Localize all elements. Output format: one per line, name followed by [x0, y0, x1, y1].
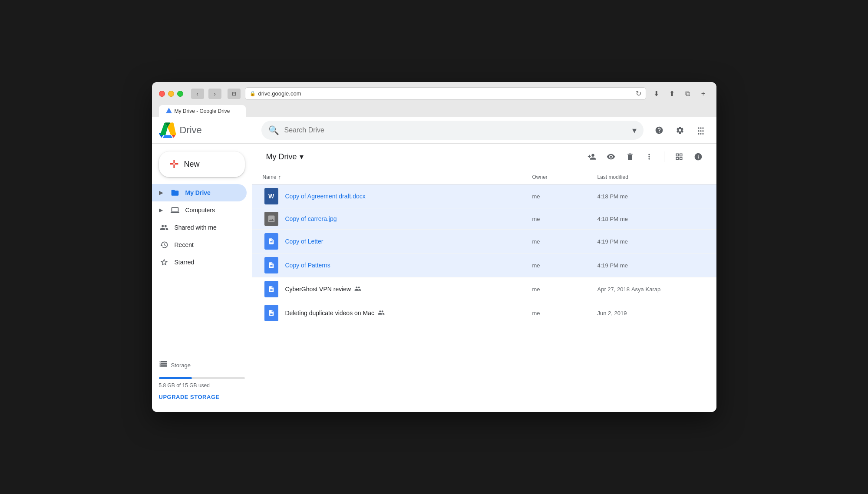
browser-chrome: ‹ › ⊟ 🔒 drive.google.com ↻ ⬇ ⬆ ⧉ + — [152, 82, 716, 117]
file-name: Copy of Agreement draft.docx — [285, 193, 366, 200]
image-thumbnail — [264, 212, 278, 226]
sidebar-item-recent[interactable]: Recent — [152, 236, 247, 254]
table-row[interactable]: CyberGhost VPN review me Apr 27, 2018Asy… — [252, 277, 716, 301]
file-modified-time: 4:19 PMme — [597, 238, 628, 245]
file-rows-container: W Copy of Agreement draft.docx me 4:18 P… — [252, 184, 716, 325]
search-input[interactable] — [284, 126, 627, 134]
file-modified-time: Apr 27, 2018Asya Karap — [597, 286, 661, 293]
maximize-button[interactable] — [177, 91, 183, 97]
file-modified-by: me — [620, 262, 628, 269]
more-options-button[interactable] — [641, 149, 657, 165]
apps-icon — [696, 126, 705, 135]
file-name: Copy of Patterns — [285, 262, 330, 269]
view-button[interactable] — [603, 149, 619, 165]
table-row[interactable]: Copy of Letter me 4:19 PMme — [252, 230, 716, 254]
share-icon-btn[interactable]: ⬆ — [666, 88, 678, 100]
delete-button[interactable] — [622, 149, 638, 165]
my-drive-title-button[interactable]: My Drive ▾ — [263, 150, 307, 163]
forward-button[interactable]: › — [208, 89, 221, 99]
my-drive-icon — [170, 188, 180, 197]
sidebar-item-label-recent: Recent — [175, 241, 194, 248]
word-doc-icon: W — [264, 188, 278, 204]
sidebar-item-my-drive[interactable]: ▶ My Drive — [152, 184, 247, 201]
file-modified-time: 4:18 PMme — [597, 193, 628, 200]
shared-file-icon — [378, 309, 385, 317]
my-drive-title: My Drive — [266, 152, 297, 161]
column-owner-label: Owner — [532, 174, 548, 180]
file-modified-by: me — [620, 238, 628, 245]
file-name-cell: Copy of Letter — [285, 238, 532, 245]
file-owner-cell: me — [532, 238, 597, 245]
file-owner-cell: me — [532, 193, 597, 200]
info-button[interactable] — [690, 149, 706, 165]
apps-button[interactable] — [692, 122, 710, 139]
file-modified-cell: 4:18 PMme — [597, 216, 706, 222]
table-row[interactable]: Copy of carrera.jpg me 4:18 PMme — [252, 208, 716, 230]
help-icon — [655, 126, 663, 135]
sidebar-item-starred[interactable]: Starred — [152, 254, 247, 271]
file-modified-by: me — [620, 216, 628, 222]
file-icon-cell — [263, 305, 280, 321]
table-row[interactable]: Deleting duplicate videos on Mac me Jun … — [252, 301, 716, 325]
file-modified-time: Jun 2, 2019 — [597, 310, 627, 316]
app-body: Drive 🔍 ▾ — [152, 117, 716, 412]
minimize-button[interactable] — [168, 91, 174, 97]
docs-icon — [264, 233, 278, 250]
add-person-button[interactable] — [584, 149, 600, 165]
drive-logo-icon — [159, 122, 176, 138]
file-name: Copy of carrera.jpg — [285, 215, 337, 222]
reload-button[interactable]: ↻ — [636, 89, 641, 98]
search-dropdown-button[interactable]: ▾ — [632, 125, 637, 135]
table-row[interactable]: Copy of Patterns me 4:19 PMme — [252, 254, 716, 277]
file-modified-cell: 4:18 PMme — [597, 193, 706, 200]
file-icon-cell — [263, 257, 280, 273]
settings-icon — [676, 126, 684, 135]
file-owner-cell: me — [532, 262, 597, 269]
expand-icon-computers: ▶ — [159, 207, 163, 213]
active-tab[interactable]: My Drive - Google Drive — [159, 105, 246, 117]
file-modified-cell: Apr 27, 2018Asya Karap — [597, 286, 706, 293]
new-button[interactable]: ✛ New — [159, 151, 245, 177]
search-bar[interactable]: 🔍 ▾ — [261, 121, 644, 140]
lock-icon: 🔒 — [250, 91, 256, 96]
sidebar-item-shared[interactable]: Shared with me — [152, 219, 247, 236]
storage-bar-fill — [159, 377, 192, 379]
file-name: Deleting duplicate videos on Mac — [285, 310, 374, 316]
storage-label: Storage — [171, 362, 191, 369]
add-tab-button[interactable]: + — [697, 88, 710, 100]
sort-icon: ↑ — [278, 174, 281, 181]
sidebar-item-label-shared: Shared with me — [175, 224, 217, 231]
close-button[interactable] — [159, 91, 165, 97]
docs-icon — [264, 281, 278, 297]
docs-icon — [264, 257, 278, 273]
drive-logo: Drive — [159, 122, 254, 138]
column-modified[interactable]: Last modified — [597, 174, 706, 180]
download-icon-btn[interactable]: ⬇ — [650, 88, 663, 100]
file-name-cell: Copy of carrera.jpg — [285, 215, 532, 222]
url-text: drive.google.com — [258, 90, 301, 97]
file-icon-cell — [263, 212, 280, 226]
toolbar-divider — [664, 151, 664, 162]
main-content: My Drive ▾ — [252, 144, 716, 412]
address-bar[interactable]: 🔒 drive.google.com ↻ — [245, 87, 646, 100]
sidebar-toggle-button[interactable]: ⊟ — [228, 89, 241, 99]
file-modified-by: me — [620, 193, 628, 200]
tabs-icon-btn[interactable]: ⧉ — [682, 88, 694, 100]
column-owner[interactable]: Owner — [532, 174, 597, 180]
grid-view-button[interactable] — [671, 149, 687, 165]
computer-icon — [170, 206, 180, 214]
file-icon-cell — [263, 233, 280, 250]
upgrade-storage-button[interactable]: UPGRADE STORAGE — [159, 394, 220, 400]
starred-icon — [159, 258, 169, 267]
sidebar-item-label-computers: Computers — [185, 207, 215, 214]
browser-window: ‹ › ⊟ 🔒 drive.google.com ↻ ⬇ ⬆ ⧉ + — [152, 82, 716, 412]
help-button[interactable] — [650, 122, 668, 139]
shared-icon — [159, 223, 169, 232]
file-icon-cell — [263, 281, 280, 297]
column-name[interactable]: Name ↑ — [263, 174, 532, 181]
sidebar-item-computers[interactable]: ▶ Computers — [152, 201, 247, 219]
back-button[interactable]: ‹ — [191, 89, 204, 99]
settings-button[interactable] — [671, 122, 689, 139]
storage-icon — [159, 359, 168, 370]
table-row[interactable]: W Copy of Agreement draft.docx me 4:18 P… — [252, 184, 716, 208]
